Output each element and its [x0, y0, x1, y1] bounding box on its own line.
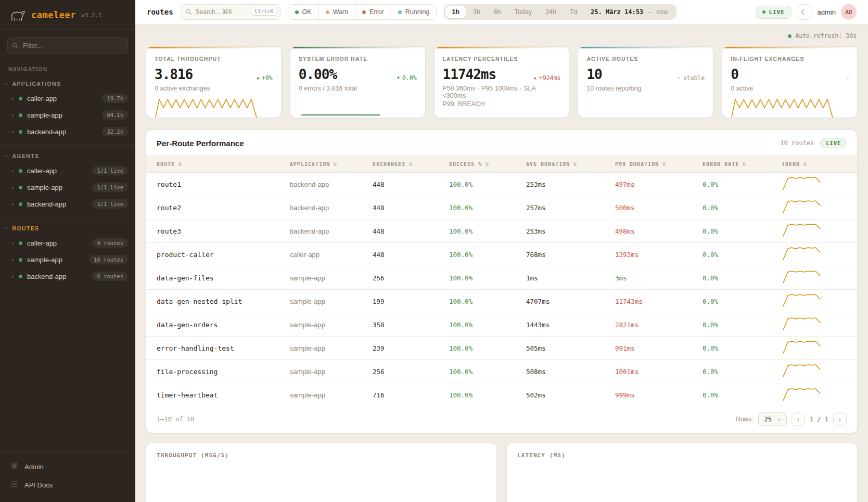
exchanges-value: 448 — [373, 204, 449, 212]
column-header-success[interactable]: SUCCESS %⇅ — [449, 156, 526, 172]
prev-page-button[interactable]: ‹ — [792, 413, 805, 426]
table-row[interactable]: file-processingsample-app256100.0%508ms1… — [146, 360, 857, 383]
avg-duration-value: 768ms — [526, 251, 615, 259]
error-rate-value: 0.0% — [703, 321, 782, 329]
chevron-left-icon: ‹ — [797, 416, 799, 423]
sidebar-item-backend-app[interactable]: ▸backend-app6 routes — [0, 268, 135, 285]
exchanges-value: 716 — [373, 391, 449, 399]
time-range-3h[interactable]: 3h — [467, 6, 487, 18]
section-header-agents[interactable]: ▾AGENTS — [0, 151, 135, 162]
kpi-title: ACTIVE ROUTES — [586, 56, 705, 62]
table-row[interactable]: data-gen-orderssample-app358100.0%1443ms… — [146, 313, 857, 337]
sidebar-footer-admin[interactable]: Admin — [0, 457, 135, 476]
status-filter-error[interactable]: Error — [355, 4, 391, 20]
avg-duration-value: 253ms — [526, 227, 615, 235]
avg-duration-value: 257ms — [526, 204, 615, 212]
status-dot-icon — [398, 10, 402, 14]
auto-refresh-indicator: Auto-refresh: 30s — [146, 24, 858, 46]
kpi-title: TOTAL THROUGHPUT — [155, 56, 273, 62]
date-range[interactable]: 25. März 14:53 — now — [584, 8, 675, 16]
table-row[interactable]: route3backend-app448100.0%253ms498ms0.0% — [146, 220, 857, 243]
topbar-right: LIVE ☾ admin AD — [756, 4, 857, 20]
error-rate-value: 0.0% — [703, 181, 782, 188]
time-range-today[interactable]: Today — [508, 6, 538, 18]
app-name: cameleer — [31, 10, 76, 20]
table-row[interactable]: product-callercaller-app448100.0%768ms13… — [146, 243, 857, 266]
time-range-1h[interactable]: 1h — [445, 6, 466, 18]
table-row[interactable]: data-gen-filessample-app256100.0%1ms3ms0… — [146, 266, 857, 290]
search-icon — [185, 8, 192, 15]
table-live-badge: LIVE — [820, 138, 847, 148]
route-name: timer-heartbeat — [157, 391, 290, 399]
avg-duration-value: 508ms — [526, 368, 615, 376]
kpi-value: 10 — [586, 67, 602, 82]
status-filter-running[interactable]: Running — [391, 4, 437, 20]
trend-sparkline — [782, 198, 847, 217]
column-header-avg-duration[interactable]: AVG DURATION⇅ — [526, 156, 615, 172]
trend-sparkline — [782, 222, 847, 240]
sidebar-section-routes: ▾ROUTES▸caller-app4 routes▸sample-app16 … — [0, 217, 135, 289]
section-header-routes[interactable]: ▾ROUTES — [0, 223, 135, 235]
next-page-button[interactable]: › — [833, 413, 847, 426]
time-range-6h[interactable]: 6h — [488, 6, 507, 18]
table-row[interactable]: route1backend-app448100.0%253ms497ms0.0% — [146, 173, 857, 196]
chart-title: THROUGHPUT (MSG/S) — [157, 452, 486, 459]
application-name: sample-app — [290, 321, 373, 329]
status-filter-warn[interactable]: Warn — [318, 4, 355, 20]
avg-duration-value: 1443ms — [526, 321, 615, 329]
status-filter-ok[interactable]: OK — [288, 4, 319, 20]
route-performance-card: Per-Route Performance 10 routes LIVE ROU… — [146, 130, 858, 433]
trend-sparkline — [782, 362, 847, 381]
column-header-application[interactable]: APPLICATION⇅ — [290, 156, 373, 172]
column-header-p99-duration[interactable]: P99 DURATION⇅ — [615, 156, 703, 172]
kpi-accent-bar — [435, 47, 569, 48]
sidebar-item-caller-app[interactable]: ▸caller-app10.7k — [0, 90, 135, 107]
chevron-right-icon: ▸ — [12, 130, 14, 134]
column-header-error-rate[interactable]: ERROR RATE⇅ — [703, 156, 782, 172]
date-to: now — [656, 8, 668, 16]
username: admin — [818, 8, 836, 16]
sidebar-item-backend-app[interactable]: ▸backend-app32.2k — [0, 123, 135, 140]
kpi-subtitle: 0 errors / 3.816 total — [299, 85, 417, 92]
trend-sparkline — [782, 245, 847, 264]
route-name: data-gen-files — [157, 274, 290, 282]
dark-mode-toggle[interactable]: ☾ — [797, 4, 812, 20]
sort-icon: ⇅ — [485, 162, 490, 167]
sidebar-item-caller-app[interactable]: ▸caller-app4 routes — [0, 235, 135, 251]
item-badge: 4 routes — [92, 238, 128, 248]
sidebar-item-sample-app[interactable]: ▸sample-app16 routes — [0, 251, 135, 268]
status-dot-icon — [19, 97, 22, 100]
routes-count: 10 routes — [780, 139, 814, 147]
column-header-trend[interactable]: TREND⇅ — [782, 156, 847, 172]
sidebar-item-sample-app[interactable]: ▸sample-app84.1k — [0, 107, 135, 123]
time-range-24h[interactable]: 24h — [539, 6, 563, 18]
table-row[interactable]: data-gen-nested-splitsample-app199100.0%… — [146, 290, 857, 313]
table-row[interactable]: route2backend-app448100.0%257ms500ms0.0% — [146, 196, 857, 220]
kpi-title: SYSTEM ERROR RATE — [299, 56, 417, 62]
sidebar-item-caller-app[interactable]: ▸caller-app1/1 live — [0, 162, 135, 179]
item-badge: 1/1 live — [92, 166, 128, 175]
table-row[interactable]: error-handling-testsample-app239100.0%50… — [146, 337, 857, 360]
avatar[interactable]: AD — [841, 4, 857, 20]
chart-title: LATENCY (MS) — [517, 452, 847, 459]
kpi-system-error-rate: SYSTEM ERROR RATE0.00%▼0.0%0 errors / 3.… — [290, 46, 426, 118]
kpi-delta: ▲+0% — [257, 74, 273, 82]
sidebar-footer-api-docs[interactable]: API Docs — [0, 476, 135, 494]
section-header-applications[interactable]: ▾APPLICATIONS — [0, 79, 135, 90]
sidebar-item-sample-app[interactable]: ▸sample-app1/1 live — [0, 179, 135, 196]
stable-icon: ⇔ — [678, 75, 681, 80]
rows-per-page-select[interactable]: 25 ▾ — [758, 413, 787, 426]
sidebar-item-backend-app[interactable]: ▸backend-app1/1 live — [0, 196, 135, 212]
chevron-right-icon: ▸ — [12, 169, 14, 173]
column-header-exchanges[interactable]: EXCHANGES⇅ — [373, 156, 449, 172]
time-range-7d[interactable]: 7d — [564, 6, 583, 18]
chevron-right-icon: ▸ — [12, 241, 14, 246]
live-badge[interactable]: LIVE — [756, 6, 792, 19]
filter-input[interactable] — [7, 37, 128, 54]
success-value: 100.0% — [449, 251, 526, 259]
table-row[interactable]: timer-heartbeatsample-app716100.0%502ms9… — [146, 383, 857, 407]
chevron-right-icon: ▸ — [12, 185, 14, 190]
exchanges-value: 256 — [373, 368, 449, 376]
column-header-route[interactable]: ROUTE⇅ — [157, 156, 290, 172]
success-value: 100.0% — [449, 274, 526, 282]
